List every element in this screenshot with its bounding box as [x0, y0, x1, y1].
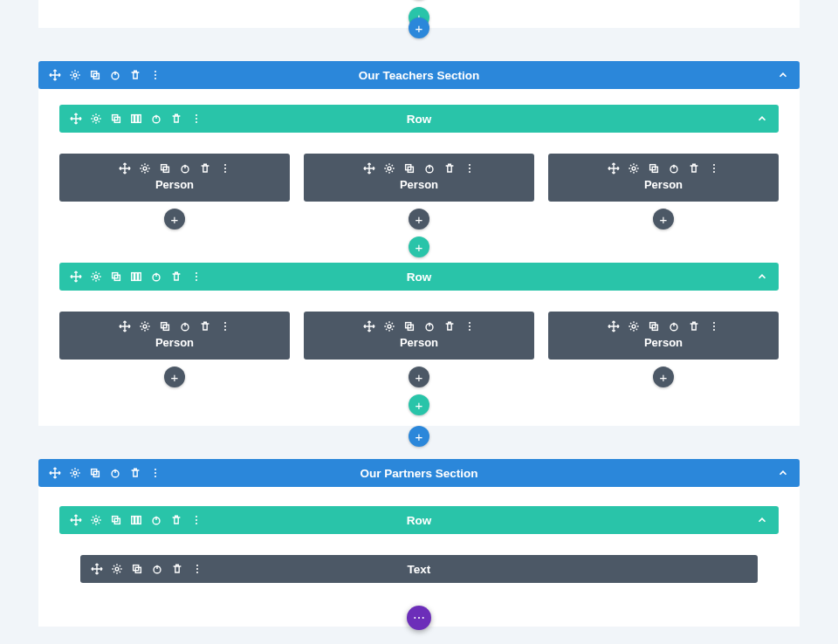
move-icon[interactable] — [608, 320, 620, 332]
module-text[interactable]: Text — [80, 555, 758, 583]
gear-icon[interactable] — [628, 162, 640, 175]
duplicate-icon[interactable] — [159, 320, 171, 332]
move-icon[interactable] — [119, 162, 131, 175]
fab-more[interactable]: ⋯ — [407, 606, 431, 630]
more-icon[interactable] — [464, 320, 476, 332]
module-person[interactable]: Person — [304, 154, 534, 202]
more-icon[interactable] — [190, 514, 203, 526]
module-person[interactable]: Person — [304, 312, 534, 360]
power-icon[interactable] — [150, 113, 162, 125]
add-module-button[interactable]: + — [653, 209, 674, 230]
duplicate-icon[interactable] — [403, 162, 416, 175]
trash-icon[interactable] — [129, 467, 141, 479]
add-module-button[interactable]: + — [409, 209, 429, 230]
trash-icon[interactable] — [129, 69, 141, 81]
row-header[interactable]: Row — [59, 263, 779, 291]
move-icon[interactable] — [49, 467, 61, 479]
collapse-icon[interactable] — [756, 113, 768, 125]
gear-icon[interactable] — [139, 320, 151, 332]
gear-icon[interactable] — [383, 162, 395, 175]
gear-icon[interactable] — [90, 113, 102, 125]
more-icon[interactable] — [219, 320, 231, 332]
duplicate-icon[interactable] — [110, 271, 122, 283]
gear-icon[interactable] — [628, 320, 640, 332]
gear-icon[interactable] — [69, 467, 81, 479]
add-module-button[interactable]: + — [164, 209, 185, 230]
move-icon[interactable] — [70, 113, 82, 125]
collapse-icon[interactable] — [756, 514, 768, 526]
gear-icon[interactable] — [383, 320, 395, 332]
add-module-button[interactable]: + — [653, 367, 674, 387]
more-icon[interactable] — [708, 162, 720, 175]
more-icon[interactable] — [149, 467, 161, 479]
section-header[interactable]: Our Partners Section — [38, 459, 800, 487]
power-icon[interactable] — [150, 514, 162, 526]
more-icon[interactable] — [190, 271, 203, 283]
power-icon[interactable] — [179, 320, 191, 332]
add-row-button[interactable]: + — [409, 394, 429, 415]
move-icon[interactable] — [91, 563, 103, 575]
trash-icon[interactable] — [443, 320, 456, 332]
move-icon[interactable] — [363, 162, 375, 175]
trash-icon[interactable] — [199, 162, 211, 175]
collapse-icon[interactable] — [756, 271, 768, 283]
move-icon[interactable] — [49, 69, 61, 81]
collapse-icon[interactable] — [777, 69, 789, 81]
power-icon[interactable] — [109, 467, 121, 479]
add-section-button[interactable]: + — [409, 17, 429, 38]
columns-icon[interactable] — [130, 113, 142, 125]
duplicate-icon[interactable] — [159, 162, 171, 175]
trash-icon[interactable] — [688, 162, 700, 175]
module-person[interactable]: Person — [59, 154, 290, 202]
module-person[interactable]: Person — [548, 312, 779, 360]
duplicate-icon[interactable] — [89, 69, 101, 81]
power-icon[interactable] — [151, 563, 163, 575]
move-icon[interactable] — [608, 162, 620, 175]
duplicate-icon[interactable] — [131, 563, 143, 575]
row-header[interactable]: Row — [59, 105, 779, 133]
trash-icon[interactable] — [170, 113, 182, 125]
trash-icon[interactable] — [171, 563, 183, 575]
columns-icon[interactable] — [130, 271, 142, 283]
gear-icon[interactable] — [90, 271, 102, 283]
add-row-button[interactable]: + — [409, 236, 429, 257]
collapse-icon[interactable] — [777, 467, 789, 479]
power-icon[interactable] — [668, 320, 680, 332]
duplicate-icon[interactable] — [403, 320, 416, 332]
move-icon[interactable] — [363, 320, 375, 332]
trash-icon[interactable] — [688, 320, 700, 332]
trash-icon[interactable] — [170, 271, 182, 283]
power-icon[interactable] — [423, 320, 436, 332]
gear-icon[interactable] — [139, 162, 151, 175]
gear-icon[interactable] — [69, 69, 81, 81]
duplicate-icon[interactable] — [648, 320, 660, 332]
power-icon[interactable] — [423, 162, 436, 175]
add-module-button[interactable]: + — [409, 367, 429, 387]
duplicate-icon[interactable] — [110, 514, 122, 526]
power-icon[interactable] — [668, 162, 680, 175]
move-icon[interactable] — [119, 320, 131, 332]
trash-icon[interactable] — [199, 320, 211, 332]
power-icon[interactable] — [109, 69, 121, 81]
more-icon[interactable] — [190, 113, 203, 125]
power-icon[interactable] — [179, 162, 191, 175]
trash-icon[interactable] — [170, 514, 182, 526]
gear-icon[interactable] — [90, 514, 102, 526]
duplicate-icon[interactable] — [89, 467, 101, 479]
add-module-button[interactable]: + — [164, 367, 185, 387]
row-header[interactable]: Row — [59, 506, 779, 534]
more-icon[interactable] — [219, 162, 231, 175]
module-person[interactable]: Person — [59, 312, 290, 360]
trash-icon[interactable] — [443, 162, 456, 175]
gear-icon[interactable] — [111, 563, 123, 575]
columns-icon[interactable] — [130, 514, 142, 526]
section-header[interactable]: Our Teachers Section — [38, 61, 800, 89]
move-icon[interactable] — [70, 271, 82, 283]
power-icon[interactable] — [150, 271, 162, 283]
add-section-button[interactable]: + — [409, 426, 429, 447]
duplicate-icon[interactable] — [648, 162, 660, 175]
more-icon[interactable] — [191, 563, 203, 575]
duplicate-icon[interactable] — [110, 113, 122, 125]
more-icon[interactable] — [708, 320, 720, 332]
module-person[interactable]: Person — [548, 154, 779, 202]
